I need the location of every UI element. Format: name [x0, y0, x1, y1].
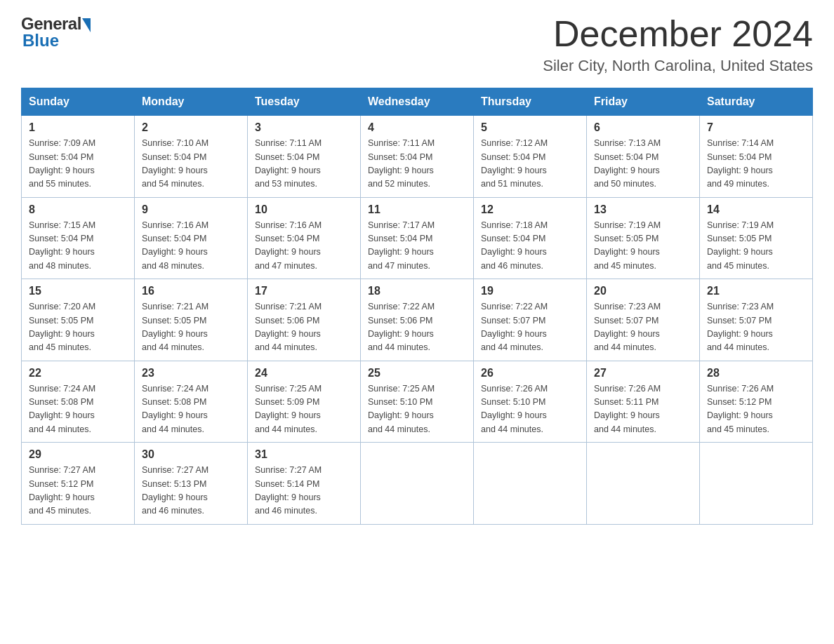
day-info: Sunrise: 7:10 AMSunset: 5:04 PMDaylight:… [142, 137, 240, 192]
day-info: Sunrise: 7:24 AMSunset: 5:08 PMDaylight:… [142, 382, 240, 437]
calendar-week-row: 22Sunrise: 7:24 AMSunset: 5:08 PMDayligh… [22, 361, 813, 443]
day-info: Sunrise: 7:19 AMSunset: 5:05 PMDaylight:… [707, 219, 805, 274]
table-row: 21Sunrise: 7:23 AMSunset: 5:07 PMDayligh… [700, 279, 813, 361]
day-number: 16 [142, 285, 240, 297]
day-info: Sunrise: 7:24 AMSunset: 5:08 PMDaylight:… [29, 382, 127, 437]
day-number: 13 [594, 203, 692, 216]
weekday-header-row: Sunday Monday Tuesday Wednesday Thursday… [22, 88, 813, 116]
table-row: 13Sunrise: 7:19 AMSunset: 5:05 PMDayligh… [587, 197, 700, 279]
day-info: Sunrise: 7:22 AMSunset: 5:06 PMDaylight:… [368, 300, 466, 355]
day-number: 15 [29, 285, 127, 297]
table-row: 5Sunrise: 7:12 AMSunset: 5:04 PMDaylight… [474, 116, 587, 198]
day-number: 22 [29, 367, 127, 380]
day-info: Sunrise: 7:12 AMSunset: 5:04 PMDaylight:… [481, 137, 579, 192]
page-header: General Blue December 2024 Siler City, N… [21, 14, 813, 75]
header-monday: Monday [135, 88, 248, 116]
day-info: Sunrise: 7:25 AMSunset: 5:10 PMDaylight:… [368, 382, 466, 437]
day-info: Sunrise: 7:14 AMSunset: 5:04 PMDaylight:… [707, 137, 805, 192]
day-number: 28 [707, 367, 805, 380]
calendar-week-row: 1Sunrise: 7:09 AMSunset: 5:04 PMDaylight… [22, 116, 813, 198]
day-number: 25 [368, 367, 466, 380]
day-info: Sunrise: 7:11 AMSunset: 5:04 PMDaylight:… [255, 137, 353, 192]
table-row: 4Sunrise: 7:11 AMSunset: 5:04 PMDaylight… [361, 116, 474, 198]
table-row: 16Sunrise: 7:21 AMSunset: 5:05 PMDayligh… [135, 279, 248, 361]
day-info: Sunrise: 7:20 AMSunset: 5:05 PMDaylight:… [29, 300, 127, 355]
day-info: Sunrise: 7:22 AMSunset: 5:07 PMDaylight:… [481, 300, 579, 355]
day-info: Sunrise: 7:26 AMSunset: 5:11 PMDaylight:… [594, 382, 692, 437]
day-number: 6 [594, 121, 692, 134]
month-title: December 2024 [543, 14, 813, 54]
table-row [361, 443, 474, 525]
table-row: 17Sunrise: 7:21 AMSunset: 5:06 PMDayligh… [248, 279, 361, 361]
day-number: 3 [255, 121, 353, 134]
table-row: 14Sunrise: 7:19 AMSunset: 5:05 PMDayligh… [700, 197, 813, 279]
table-row: 7Sunrise: 7:14 AMSunset: 5:04 PMDaylight… [700, 116, 813, 198]
day-number: 8 [29, 203, 127, 216]
day-info: Sunrise: 7:27 AMSunset: 5:13 PMDaylight:… [142, 464, 240, 518]
day-number: 1 [29, 121, 127, 134]
day-number: 2 [142, 121, 240, 134]
table-row: 22Sunrise: 7:24 AMSunset: 5:08 PMDayligh… [22, 361, 135, 443]
table-row: 31Sunrise: 7:27 AMSunset: 5:14 PMDayligh… [248, 443, 361, 525]
table-row [587, 443, 700, 525]
table-row: 3Sunrise: 7:11 AMSunset: 5:04 PMDaylight… [248, 116, 361, 198]
logo-blue: Blue [22, 31, 59, 51]
table-row: 26Sunrise: 7:26 AMSunset: 5:10 PMDayligh… [474, 361, 587, 443]
day-number: 24 [255, 367, 353, 380]
table-row: 29Sunrise: 7:27 AMSunset: 5:12 PMDayligh… [22, 443, 135, 525]
day-number: 4 [368, 121, 466, 134]
header-saturday: Saturday [700, 88, 813, 116]
day-number: 21 [707, 285, 805, 297]
header-sunday: Sunday [22, 88, 135, 116]
title-block: December 2024 Siler City, North Carolina… [543, 14, 813, 75]
day-info: Sunrise: 7:25 AMSunset: 5:09 PMDaylight:… [255, 382, 353, 437]
table-row: 11Sunrise: 7:17 AMSunset: 5:04 PMDayligh… [361, 197, 474, 279]
day-info: Sunrise: 7:23 AMSunset: 5:07 PMDaylight:… [594, 300, 692, 355]
day-info: Sunrise: 7:17 AMSunset: 5:04 PMDaylight:… [368, 219, 466, 274]
day-info: Sunrise: 7:27 AMSunset: 5:14 PMDaylight:… [255, 464, 353, 518]
table-row: 19Sunrise: 7:22 AMSunset: 5:07 PMDayligh… [474, 279, 587, 361]
day-number: 19 [481, 285, 579, 297]
table-row: 9Sunrise: 7:16 AMSunset: 5:04 PMDaylight… [135, 197, 248, 279]
day-info: Sunrise: 7:18 AMSunset: 5:04 PMDaylight:… [481, 219, 579, 274]
header-wednesday: Wednesday [361, 88, 474, 116]
day-number: 29 [29, 448, 127, 461]
logo: General Blue [21, 14, 91, 51]
calendar-week-row: 8Sunrise: 7:15 AMSunset: 5:04 PMDaylight… [22, 197, 813, 279]
table-row: 1Sunrise: 7:09 AMSunset: 5:04 PMDaylight… [22, 116, 135, 198]
day-info: Sunrise: 7:21 AMSunset: 5:05 PMDaylight:… [142, 300, 240, 355]
table-row: 30Sunrise: 7:27 AMSunset: 5:13 PMDayligh… [135, 443, 248, 525]
day-number: 18 [368, 285, 466, 297]
day-info: Sunrise: 7:09 AMSunset: 5:04 PMDaylight:… [29, 137, 127, 192]
calendar-week-row: 29Sunrise: 7:27 AMSunset: 5:12 PMDayligh… [22, 443, 813, 525]
table-row: 28Sunrise: 7:26 AMSunset: 5:12 PMDayligh… [700, 361, 813, 443]
day-number: 12 [481, 203, 579, 216]
day-number: 17 [255, 285, 353, 297]
day-info: Sunrise: 7:21 AMSunset: 5:06 PMDaylight:… [255, 300, 353, 355]
day-number: 26 [481, 367, 579, 380]
day-info: Sunrise: 7:16 AMSunset: 5:04 PMDaylight:… [142, 219, 240, 274]
header-thursday: Thursday [474, 88, 587, 116]
table-row: 20Sunrise: 7:23 AMSunset: 5:07 PMDayligh… [587, 279, 700, 361]
day-number: 30 [142, 448, 240, 461]
day-info: Sunrise: 7:13 AMSunset: 5:04 PMDaylight:… [594, 137, 692, 192]
table-row: 25Sunrise: 7:25 AMSunset: 5:10 PMDayligh… [361, 361, 474, 443]
day-info: Sunrise: 7:11 AMSunset: 5:04 PMDaylight:… [368, 137, 466, 192]
table-row [700, 443, 813, 525]
table-row: 23Sunrise: 7:24 AMSunset: 5:08 PMDayligh… [135, 361, 248, 443]
day-info: Sunrise: 7:19 AMSunset: 5:05 PMDaylight:… [594, 219, 692, 274]
day-info: Sunrise: 7:16 AMSunset: 5:04 PMDaylight:… [255, 219, 353, 274]
logo-arrow-icon [82, 18, 91, 32]
calendar-table: Sunday Monday Tuesday Wednesday Thursday… [21, 88, 813, 525]
header-friday: Friday [587, 88, 700, 116]
day-number: 23 [142, 367, 240, 380]
header-tuesday: Tuesday [248, 88, 361, 116]
day-number: 10 [255, 203, 353, 216]
day-number: 11 [368, 203, 466, 216]
table-row: 2Sunrise: 7:10 AMSunset: 5:04 PMDaylight… [135, 116, 248, 198]
day-number: 14 [707, 203, 805, 216]
day-number: 5 [481, 121, 579, 134]
table-row: 18Sunrise: 7:22 AMSunset: 5:06 PMDayligh… [361, 279, 474, 361]
day-info: Sunrise: 7:27 AMSunset: 5:12 PMDaylight:… [29, 464, 127, 518]
table-row: 27Sunrise: 7:26 AMSunset: 5:11 PMDayligh… [587, 361, 700, 443]
